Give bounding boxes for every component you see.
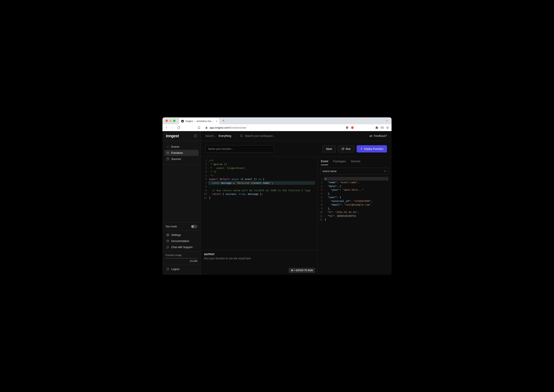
bookmark-button[interactable] (197, 126, 201, 129)
code-lines: /** * @param {{ * event: InngestEvent * … (209, 159, 317, 250)
window-maximize-button[interactable] (173, 120, 175, 122)
output-title: OUTPUT (204, 253, 314, 256)
svg-line-17 (242, 136, 242, 137)
url-host: app.inngest.com (210, 126, 229, 129)
reload-icon (342, 147, 344, 150)
svg-point-10 (167, 158, 169, 159)
nav-label: Functions (171, 151, 183, 154)
deploy-button[interactable]: Deploy Function (357, 145, 387, 153)
feedback-label: Feedback? (374, 134, 387, 137)
workspace: 1234567891011 /** * @param {{ * event: I… (201, 157, 392, 275)
app: inngest Events Functions (162, 131, 392, 275)
sidebar-item-chat-support[interactable]: Chat with Support (164, 244, 198, 250)
side-tabs: Event Packages Secrets (317, 157, 392, 165)
code-gutter: 1234567891011 (201, 159, 209, 250)
logout-section: Logout (162, 265, 200, 275)
tab-packages[interactable]: Packages (333, 160, 346, 165)
save-label: Save (326, 147, 332, 150)
nav-label: Chat with Support (171, 246, 192, 249)
search-scope: Search... Everything (205, 134, 231, 137)
svg-point-16 (240, 135, 242, 137)
window-minimize-button[interactable] (169, 120, 172, 122)
tab-title: Inngest → serverless event-driv (185, 120, 214, 123)
sidebar-item-documentation[interactable]: Documentation (164, 238, 198, 244)
browser-reload-button[interactable] (177, 126, 180, 129)
brave-logo-icon[interactable] (351, 126, 354, 129)
code-editor[interactable]: 1234567891011 /** * @param {{ * event: I… (201, 157, 317, 250)
logout-icon (166, 267, 169, 271)
browser-window: Inngest → serverless event-driv × + (162, 117, 392, 275)
usage-label: Function Usage (166, 254, 197, 257)
wallet-icon[interactable] (380, 126, 384, 129)
svg-point-8 (168, 146, 169, 147)
sidebar-item-events[interactable]: Events (164, 144, 198, 150)
test-mode-toggle[interactable] (191, 225, 197, 228)
help-icon (166, 239, 169, 243)
browser-menu-button[interactable] (386, 126, 389, 129)
event-select[interactable]: event.name (320, 168, 389, 175)
chat-icon (166, 246, 169, 249)
divider (235, 133, 236, 138)
url-text: app.inngest.com/functions/new (210, 126, 246, 129)
brave-shield-icon[interactable] (345, 126, 349, 129)
run-button[interactable]: Run (338, 145, 354, 153)
deploy-label: Deploy Function (364, 147, 383, 150)
extension-icons (345, 126, 389, 129)
nav-label: Settings (171, 233, 181, 237)
svg-rect-0 (381, 127, 383, 129)
tab-bar: Inngest → serverless event-driv × + (162, 117, 392, 124)
window-controls (164, 120, 177, 122)
svg-point-7 (168, 146, 168, 147)
test-mode-row: Test mode (162, 222, 200, 231)
sidebar-item-functions[interactable]: Functions (164, 150, 198, 156)
feedback-button[interactable]: Feedback? (369, 134, 387, 137)
main: Search... Everything Search your workspa… (201, 131, 392, 275)
lock-icon (205, 126, 208, 129)
side-pane: Event Packages Secrets event.name 123456… (317, 157, 392, 275)
save-button[interactable]: Save (322, 145, 336, 153)
svg-point-6 (167, 146, 167, 147)
usage-value: 3/1,000 (166, 260, 197, 262)
tab-event[interactable]: Event (321, 160, 328, 165)
json-editor[interactable]: 123456789101112 { "name": "event.name", … (317, 176, 392, 275)
event-select-value: event.name (323, 170, 337, 173)
scope-everything[interactable]: Everything (219, 134, 231, 137)
nav-label: Events (171, 145, 179, 148)
extensions-button[interactable] (375, 126, 379, 129)
functions-icon (166, 151, 169, 154)
run-label: Run (346, 147, 351, 150)
nav-label: Documentation (171, 239, 189, 243)
logo: inngest (166, 134, 179, 138)
sidebar-item-logout[interactable]: Logout (164, 266, 198, 272)
arrow-up-right-icon (360, 148, 363, 150)
browser-tab[interactable]: Inngest → serverless event-driv × (179, 118, 219, 124)
sidebar-collapse-button[interactable] (194, 134, 197, 137)
svg-point-11 (168, 235, 168, 235)
new-tab-button[interactable]: + (221, 119, 226, 123)
events-icon (166, 145, 169, 148)
json-lines: { "name": "event.name", "data": { "your"… (325, 177, 392, 273)
url-path: /functions/new (229, 126, 246, 129)
browser-back-button[interactable] (165, 126, 168, 129)
browser-chrome: Inngest → serverless event-driv × + (162, 117, 392, 131)
tab-overflow-button[interactable] (384, 119, 390, 122)
window-close-button[interactable] (166, 120, 168, 122)
usage-section: Function Usage 3/1,000 (162, 252, 200, 265)
url-field[interactable]: app.inngest.com/functions/new (203, 126, 343, 129)
usage-bar (166, 258, 197, 259)
workspace-search[interactable]: Search your workspace... (240, 134, 366, 137)
sidebar: inngest Events Functions (162, 131, 201, 275)
nav-label: Sources (171, 157, 181, 161)
sidebar-item-sources[interactable]: Sources (164, 156, 198, 162)
browser-forward-button[interactable] (171, 126, 174, 129)
editor-pane: 1234567891011 /** * @param {{ * event: I… (201, 157, 317, 275)
topbar: Search... Everything Search your workspa… (201, 131, 392, 141)
sidebar-item-settings[interactable]: Settings (164, 232, 198, 238)
function-name-input[interactable] (205, 145, 274, 153)
workspace-search-placeholder: Search your workspace... (245, 134, 275, 137)
tab-close-button[interactable]: × (216, 120, 217, 123)
gear-icon (166, 233, 169, 237)
tab-secrets[interactable]: Secrets (351, 160, 360, 165)
search-label: Search... (205, 134, 216, 137)
svg-line-18 (361, 148, 362, 149)
